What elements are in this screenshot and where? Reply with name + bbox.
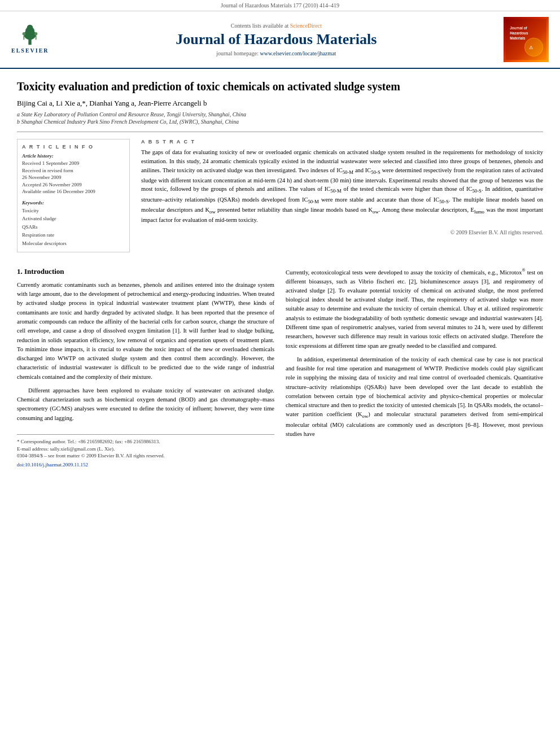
abstract-col: A B S T R A C T The gaps of data for eva… <box>141 139 543 258</box>
revised-date: 26 November 2009 <box>22 174 125 181</box>
accepted-date: Accepted 26 November 2009 <box>22 181 125 189</box>
footnote-doi: doi:10.1016/j.jhazmat.2009.11.152 <box>17 462 274 468</box>
revised-text: Received in revised form <box>22 167 125 174</box>
svg-point-4 <box>23 32 25 35</box>
copyright-line: © 2009 Elsevier B.V. All rights reserved… <box>141 229 543 235</box>
svg-point-3 <box>27 24 33 30</box>
keyword-activated-sludge: Activated sludge <box>22 215 125 222</box>
article-body: A R T I C L E I N F O Article history: R… <box>17 139 543 258</box>
authors-line: Bijing Cai a, Li Xie a,*, Dianhai Yang a… <box>17 99 543 108</box>
article-history: Article history: Received 1 September 20… <box>22 153 125 195</box>
main-content: 1. Introduction Currently aromatic conta… <box>17 267 543 468</box>
journal-cover-image: Journal of Hazardous Materials ⚠ <box>504 17 549 62</box>
contents-line: Contents lists available at ScienceDirec… <box>49 23 504 29</box>
right-para1: Currently, ecotoxicological tests were d… <box>286 267 543 351</box>
sciencedirect-link[interactable]: ScienceDirect <box>290 23 322 29</box>
keyword-qsars: QSARs <box>22 223 125 231</box>
elsevier-tree-icon <box>16 24 44 46</box>
journal-cover-area: Journal of Hazardous Materials ⚠ <box>504 17 549 62</box>
keyword-respiration: Respiration rate <box>22 231 125 239</box>
authors-text: Bijing Cai a, Li Xie a,*, Dianhai Yang a… <box>17 99 207 107</box>
svg-point-13 <box>524 38 542 56</box>
page-wrapper: Journal of Hazardous Materials 177 (2010… <box>0 0 560 747</box>
keyword-toxicity: Toxicity <box>22 207 125 215</box>
keyword-molecular: Molecular descriptors <box>22 239 125 247</box>
affiliation-b: b Shanghai Chemical Industry Park Sino F… <box>17 119 543 125</box>
main-right-col: Currently, ecotoxicological tests were d… <box>286 267 543 468</box>
intro-para1: Currently aromatic contaminants such as … <box>17 281 274 382</box>
abstract-heading: A B S T R A C T <box>141 139 543 145</box>
intro-number: 1. <box>17 267 23 276</box>
header-section: ELSEVIER Contents lists available at Sci… <box>0 11 560 69</box>
keywords-label: Keywords: <box>22 200 125 206</box>
right-para2: In addition, experimental determination … <box>286 355 543 439</box>
main-left-col: 1. Introduction Currently aromatic conta… <box>17 267 274 468</box>
journal-top-bar: Journal of Hazardous Materials 177 (2010… <box>0 0 560 11</box>
homepage-line: journal homepage: www.elsevier.com/locat… <box>49 50 504 56</box>
article-info-col: A R T I C L E I N F O Article history: R… <box>17 139 130 258</box>
journal-title-header: Journal of Hazardous Materials <box>49 31 504 48</box>
svg-text:⚠: ⚠ <box>529 45 533 50</box>
footnote-section: * Corresponding author. Tel.: +86 216598… <box>17 434 274 468</box>
intro-title: Introduction <box>24 267 64 276</box>
svg-text:Hazardous: Hazardous <box>510 31 528 35</box>
content-area: Toxicity evaluation and prediction of to… <box>0 69 560 479</box>
elsevier-logo-area: ELSEVIER <box>11 24 49 56</box>
article-info-section: A R T I C L E I N F O Article history: R… <box>17 139 130 252</box>
divider <box>17 132 543 132</box>
history-label: Article history: <box>22 153 125 159</box>
elsevier-logo: ELSEVIER <box>11 24 49 54</box>
intro-para2: Different approaches have been explored … <box>17 386 274 423</box>
received-date: Received 1 September 2009 <box>22 160 125 167</box>
article-info-heading: A R T I C L E I N F O <box>22 144 125 150</box>
svg-point-6 <box>34 32 37 35</box>
keywords-section: Keywords: Toxicity Activated sludge QSAR… <box>22 200 125 247</box>
intro-section-title: 1. Introduction <box>17 267 274 276</box>
homepage-url[interactable]: www.elsevier.com/locate/jhazmat <box>260 50 336 56</box>
footnote-email: E-mail address: sally.xieli@gmail.com (L… <box>17 445 274 453</box>
svg-text:Journal of: Journal of <box>510 26 527 30</box>
footnote-issn: 0304-3894/$ – see front matter © 2009 El… <box>17 452 274 460</box>
elsevier-text: ELSEVIER <box>11 47 49 54</box>
available-date: Available online 16 December 2009 <box>22 188 125 195</box>
abstract-text: The gaps of data for evaluating toxicity… <box>141 148 543 225</box>
journal-reference: Journal of Hazardous Materials 177 (2010… <box>221 2 339 8</box>
footnote-corresponding: * Corresponding author. Tel.: +86 216598… <box>17 438 274 445</box>
svg-text:Materials: Materials <box>510 36 526 40</box>
affiliation-a: a State Key Laboratory of Pollution Cont… <box>17 111 543 117</box>
header-center: Contents lists available at ScienceDirec… <box>49 23 504 56</box>
paper-title: Toxicity evaluation and prediction of to… <box>17 80 543 93</box>
